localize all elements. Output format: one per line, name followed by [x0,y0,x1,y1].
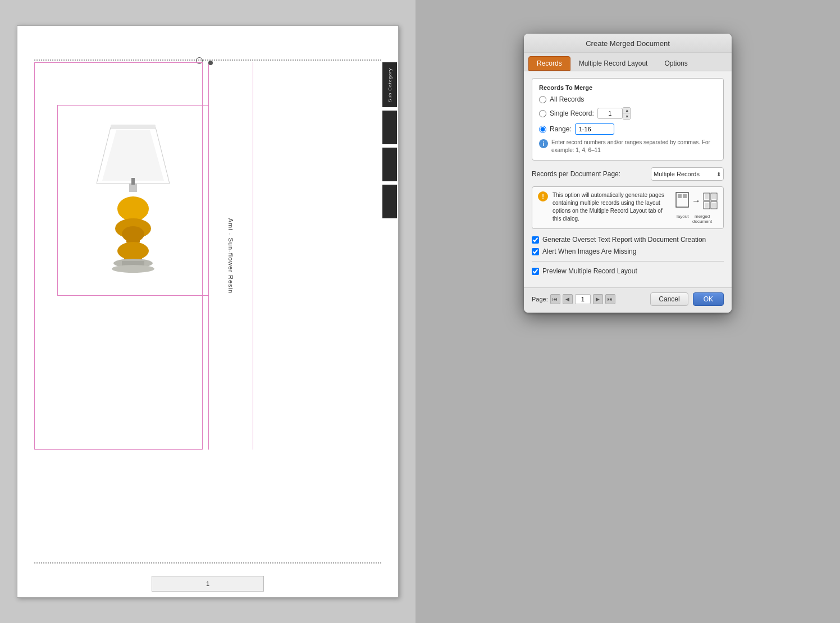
cancel-button[interactable]: Cancel [650,292,688,306]
diagram-labels: layout merged document [677,213,716,224]
diagram-merged-pages [703,193,718,209]
svg-rect-16 [678,194,682,198]
generate-overset-row: Generate Overset Text Report with Docume… [532,236,724,244]
page-container: Ami - Sun-flower Resin Sub Category 1 [17,25,399,598]
info-box: ! This option will automatically generat… [532,186,724,229]
range-input[interactable] [575,123,614,135]
svg-rect-23 [712,194,716,199]
all-records-radio[interactable] [539,96,546,103]
page-label: Page: [532,296,548,303]
arrow-icon: → [692,196,701,206]
text-column: Ami - Sun-flower Resin [208,62,253,450]
range-radio[interactable] [539,126,546,133]
preview-checkbox[interactable] [532,268,539,275]
svg-rect-8 [126,228,140,242]
sub-category-label: Sub Category [387,65,392,106]
svg-rect-5 [125,203,141,220]
product-image-box [57,105,209,296]
stepper-up[interactable]: ▲ [623,108,631,113]
svg-rect-17 [683,194,687,198]
diagram-layout-box [675,191,690,210]
records-to-merge-title: Records To Merge [539,84,716,91]
separator [532,261,724,262]
info-text: This option will automatically generate … [553,191,670,223]
dot-indicator [208,61,213,65]
sub-category-tab-3[interactable] [382,148,397,181]
stepper-down[interactable]: ▼ [623,113,631,119]
all-records-label[interactable]: All Records [550,95,584,103]
single-record-stepper[interactable]: ▲ ▼ [623,107,631,120]
canvas-area: Ami - Sun-flower Resin Sub Category 1 [0,0,416,623]
dialog-body: Records To Merge All Records Single Reco… [524,71,732,287]
merged-pages-icon [703,193,718,209]
dialog-title-bar: Create Merged Document [524,34,732,53]
range-row: Range: [539,123,716,135]
merged-label: merged document [688,214,716,224]
records-per-page-select[interactable]: Multiple Records ⬍ [651,167,724,181]
dialog-title: Create Merged Document [586,39,670,48]
preview-row: Preview Multiple Record Layout [532,267,724,275]
records-per-page-label: Records per Document Page: [532,170,620,178]
ruler-top [34,59,381,61]
create-merged-dialog: Create Merged Document Records Multiple … [524,34,732,313]
generate-overset-checkbox[interactable] [532,236,539,244]
product-name-text: Ami - Sun-flower Resin [227,218,234,294]
info-icon: ! [538,191,548,201]
preview-label[interactable]: Preview Multiple Record Layout [542,267,637,275]
all-records-row: All Records [539,95,716,103]
layout-label: layout [677,214,688,224]
records-per-page-value: Multiple Records [654,171,700,177]
nav-prev-btn[interactable]: ◀ [563,294,573,304]
svg-rect-3 [129,184,137,192]
button-group: Cancel OK [650,292,724,306]
ok-button[interactable]: OK [693,292,724,306]
alert-images-row: Alert When Images Are Missing [532,248,724,255]
diagram-container: → [675,191,718,224]
single-record-label[interactable]: Single Record: [550,109,594,117]
svg-rect-24 [705,203,709,208]
page-number-input[interactable] [575,294,591,304]
records-per-page-row: Records per Document Page: Multiple Reco… [532,167,724,181]
lamp-image [83,116,184,285]
generate-overset-label[interactable]: Generate Overset Text Report with Docume… [542,236,706,244]
tab-records[interactable]: Records [528,56,570,71]
nav-next-btn[interactable]: ▶ [593,294,603,304]
alert-images-checkbox[interactable] [532,248,539,255]
tab-options[interactable]: Options [656,56,696,71]
tab-bar: Records Multiple Record Layout Options [524,53,732,71]
nav-last-btn[interactable]: ⏭ [605,294,615,304]
svg-rect-1 [111,125,156,129]
bottom-row: Page: ⏮ ◀ ▶ ⏭ Cancel OK [524,287,732,313]
hint-icon: i [539,139,548,148]
layout-box [34,62,203,450]
hint-text: Enter record numbers and/or ranges separ… [551,139,716,154]
single-record-input[interactable] [597,108,623,119]
select-arrow-icon: ⬍ [716,171,721,177]
single-record-radio[interactable] [539,110,546,117]
svg-rect-10 [124,244,142,260]
sub-category-tab-4[interactable] [382,185,397,218]
right-panel: Create Merged Document Records Multiple … [416,0,840,623]
hint-row: i Enter record numbers and/or ranges sep… [539,139,716,154]
sub-category-tab-2[interactable] [382,111,397,144]
alert-images-label[interactable]: Alert When Images Are Missing [542,248,636,255]
svg-rect-14 [131,178,135,185]
layout-icon [675,191,690,208]
range-label[interactable]: Range: [550,125,572,133]
sub-category-sidebar: Sub Category [382,62,398,450]
ruler-bottom [34,562,381,564]
svg-point-13 [112,265,154,273]
sub-category-tab-1[interactable]: Sub Category [382,62,397,107]
single-record-row: Single Record: ▲ ▼ [539,107,716,120]
nav-first-btn[interactable]: ⏮ [550,294,560,304]
svg-rect-22 [705,194,709,199]
page-nav: Page: ⏮ ◀ ▶ ⏭ [532,294,615,304]
page-number-bar: 1 [152,576,264,592]
svg-rect-25 [712,203,716,208]
diagram-row: → [675,191,718,210]
tab-multiple-record-layout[interactable]: Multiple Record Layout [570,56,656,71]
records-to-merge-section: Records To Merge All Records Single Reco… [532,78,724,161]
page-number: 1 [206,580,209,587]
